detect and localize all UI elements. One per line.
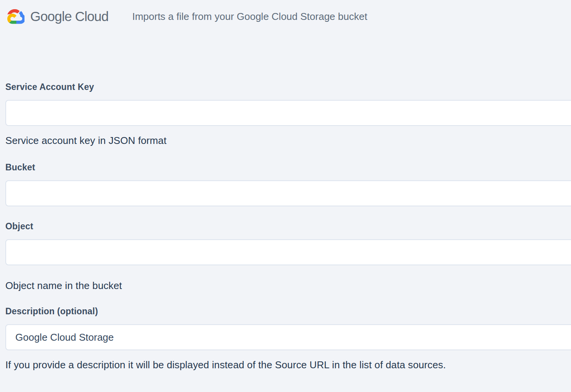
description-helper: If you provide a description it will be … [5, 360, 571, 370]
google-cloud-logo: Google Cloud [6, 9, 108, 24]
object-helper: Object name in the bucket [5, 281, 571, 291]
service-account-key-input[interactable] [5, 100, 571, 126]
service-account-key-label: Service Account Key [5, 83, 571, 91]
description-input[interactable] [5, 324, 571, 350]
object-label: Object [5, 222, 571, 230]
form-group-object: Object Object name in the bucket [5, 222, 571, 291]
google-cloud-wordmark: Google Cloud [30, 9, 108, 24]
form-group-service-account-key: Service Account Key Service account key … [5, 83, 571, 146]
import-form: Service Account Key Service account key … [0, 83, 571, 370]
header: Google Cloud Imports a file from your Go… [0, 0, 571, 24]
logo-red-arc [7, 9, 19, 15]
form-group-description: Description (optional) If you provide a … [5, 307, 571, 370]
google-cloud-logo-icon [6, 9, 24, 24]
service-account-key-helper: Service account key in JSON format [5, 136, 571, 146]
form-group-bucket: Bucket [5, 163, 571, 206]
bucket-label: Bucket [5, 163, 571, 172]
description-label: Description (optional) [5, 307, 571, 315]
bucket-input[interactable] [5, 180, 571, 206]
page-subtitle: Imports a file from your Google Cloud St… [132, 11, 367, 23]
object-input[interactable] [5, 239, 571, 265]
